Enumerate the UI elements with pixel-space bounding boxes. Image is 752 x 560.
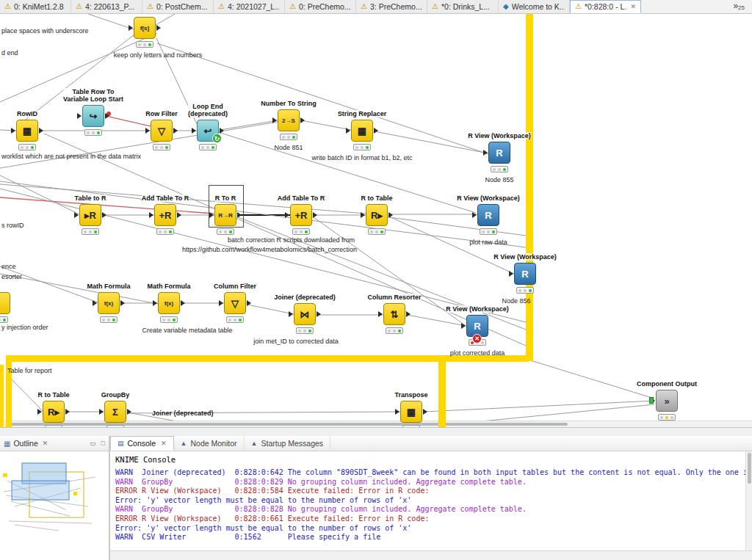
node-icon[interactable]: » [656,390,678,412]
workflow-tab[interactable]: ⚠*0: Drinks_L... [427,0,499,13]
node-status-light [516,287,534,294]
node-icon[interactable]: R [514,263,536,285]
node-icon[interactable]: R▸ [366,204,388,226]
workflow-node-row-filter[interactable]: Row Filter▽ [151,120,173,142]
node-icon[interactable]: ▸R [79,204,101,226]
node-icon[interactable]: f(x) [98,292,120,314]
outline-title: Outline [13,439,37,448]
workflow-node-r-view-workspace-corrected[interactable]: R View (Workspace)Rplot corrected data✕ [466,315,488,337]
close-icon[interactable]: ✕ [43,440,48,447]
node-comment: plot raw data [469,239,507,246]
workflow-node-column-filter[interactable]: Column Filter▽ [224,292,246,314]
node-icon[interactable]: f[s] [134,17,156,39]
canvas-text: esorter [1,273,22,280]
input-port [483,150,488,156]
workflow-tab[interactable]: ⚠0: PreChemo... [285,0,356,13]
workflow-node-component-output[interactable]: Component Output» [656,390,678,412]
node-icon[interactable]: ▦ [16,120,38,142]
scrollbar-thumb[interactable] [748,453,751,484]
output-port [127,409,131,415]
close-icon[interactable]: ✕ [630,3,636,10]
node-icon[interactable]: ▦ [400,401,422,423]
node-status-light [280,134,297,140]
workflow-tab-bar: ⚠0: KniMet1.2.8⚠4: 220613_P...⚠0: PostCh… [0,0,752,14]
workflow-tab[interactable]: ⚠0: KniMet1.2.8 [0,0,71,13]
workflow-node-string-replacer[interactable]: String Replacer▦write batch ID in format… [351,120,373,142]
minimize-icon[interactable]: ▭ [90,440,96,447]
workflow-node-edge-node-left[interactable] [0,292,10,314]
canvas-text: https://github.com/workflow4metabolomics… [182,246,357,253]
tab-overflow-button[interactable]: » 25 [733,0,752,13]
input-port [11,128,15,134]
workflow-node-add-table-to-r-2[interactable]: Add Table To R+R [290,204,312,226]
workflow-tab[interactable]: ⚠4: 220613_P... [71,0,142,13]
node-icon[interactable]: R [488,142,510,164]
outline-minimap[interactable] [0,451,109,560]
node-status-light [226,316,244,323]
node-status-light [199,144,217,150]
workflow-node-r-view-workspace-856[interactable]: R View (Workspace)RNode 856 [514,263,536,285]
node-icon[interactable]: ▦ [351,120,373,142]
node-comment: join met_ID to corrected data [253,338,339,345]
console-body: KNIME Console WARN Joiner (deprecated) 0… [110,451,752,550]
tab-node-monitor[interactable]: ▲Node Monitor [174,436,245,451]
node-icon[interactable]: ↪ [82,105,104,127]
output-port [156,25,161,31]
workflow-tab[interactable]: ◆Welcome to K... [499,0,570,13]
node-icon[interactable]: R▸ [43,401,65,423]
workflow-node-r-to-table-1[interactable]: R to TableR▸ [366,204,388,226]
workflow-node-r-view-workspace-raw[interactable]: R View (Workspace)Rplot raw data [477,204,499,226]
workflow-node-math-formula-2[interactable]: Math Formulaf(x)Create variable metadata… [158,292,180,314]
tab-startup-messages[interactable]: ▲Startup Messages [245,436,331,451]
workflow-tab[interactable]: ⚠0: PostChem... [142,0,214,13]
console-vertical-scrollbar[interactable] [745,451,752,550]
node-icon[interactable] [0,292,10,314]
workflow-node-column-resorter[interactable]: Column Resorter⇅ [383,303,405,325]
node-icon[interactable]: Σ [104,401,126,423]
workflow-node-table-to-r[interactable]: Table to R▸R [79,204,101,226]
console-title: KNIME Console [115,455,743,464]
workflow-node-r-to-table-2[interactable]: R to TableR▸ [43,401,65,423]
warning-icon: ⚠ [147,3,153,10]
workflow-node-number-to-string[interactable]: Number To String2→SNode 851 [278,109,300,131]
workflow-node-loop-end-deprecated[interactable]: Loop End (deprecated)↩↻ [197,120,219,142]
workflow-node-r-view-workspace-855[interactable]: R View (Workspace)RNode 855 [488,142,510,164]
node-icon[interactable]: +R [290,204,312,226]
maximize-icon[interactable]: □ [101,440,105,447]
node-icon[interactable]: ▽ [151,120,173,142]
node-comment: Node 855 [485,176,513,183]
workflow-tab[interactable]: ⚠4: 2021027_L... [214,0,285,13]
console-panel: ▤Console✕▲Node Monitor▲Startup Messages … [110,436,752,560]
workflow-node-groupby[interactable]: GroupByΣ [104,401,126,423]
workflow-tab[interactable]: ⚠*0:828:0 - L...✕ [570,0,641,13]
node-icon[interactable]: f(x) [158,292,180,314]
outline-header: ▦ Outline ✕ ▭ □ [0,436,109,451]
node-icon[interactable]: ▽ [224,292,246,314]
workflow-node-joiner-deprecated-1[interactable]: Joiner (deprecated)⋈join met_ID to corre… [294,303,316,325]
workflow-node-math-formula-1[interactable]: Math Formulaf(x) [98,292,120,314]
tab-console[interactable]: ▤Console✕ [110,436,174,451]
node-icon[interactable]: ⋈ [294,303,316,325]
input-port [289,311,293,317]
panel-sash[interactable] [0,427,752,436]
node-status-light [156,228,174,235]
close-icon[interactable]: ✕ [161,440,167,447]
node-icon[interactable]: +R [154,204,176,226]
workflow-node-transpose[interactable]: Transpose▦ [400,401,422,423]
workflow-tab[interactable]: ⚠3: PreChemo... [356,0,427,13]
node-status-light [658,414,676,421]
workflow-node-rowid[interactable]: RowID▦ [16,120,38,142]
node-icon[interactable]: 2→S [278,109,300,131]
workflow-node-add-table-to-r-1[interactable]: Add Table To R+R [154,204,176,226]
console-horizontal-scrollbar[interactable] [110,550,752,560]
workflow-node-string-manipulation[interactable]: f[s]keep only letters and numbers [134,17,156,39]
node-icon[interactable]: ⇅ [383,303,405,325]
node-status-light [160,316,178,323]
output-port [300,117,305,123]
node-label: Number To String [261,100,316,107]
workflow-canvas[interactable]: place spaces with underscored endworklis… [0,14,752,427]
workflow-node-table-row-to-variable-loop-start[interactable]: Table Row To Variable Loop Start↪ [82,105,104,127]
scrollbar-thumb[interactable] [6,423,568,426]
node-icon[interactable]: R [477,204,499,226]
tab-label: Welcome to K... [512,2,565,11]
